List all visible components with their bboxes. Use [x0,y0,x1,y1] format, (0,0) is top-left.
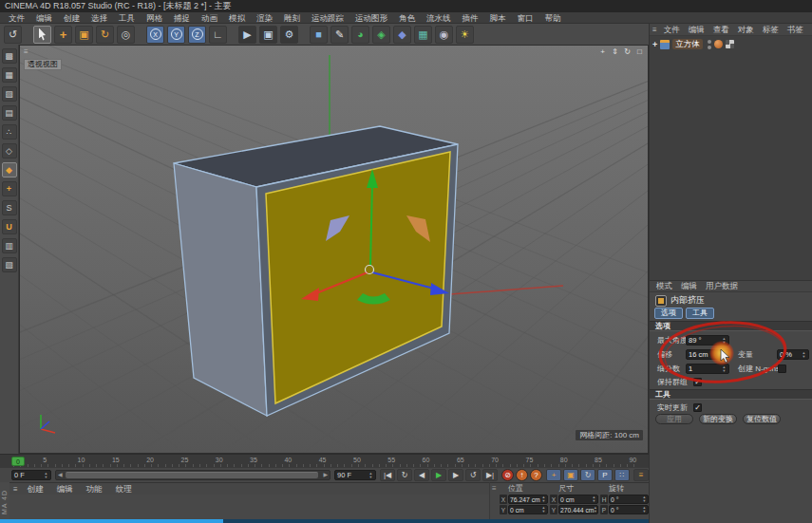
object-manager[interactable]: + 立方体 [650,36,812,280]
render-settings-button[interactable]: ⚙ [280,26,298,44]
menu-item-17[interactable]: 脚本 [485,12,511,24]
create-ngons-checkbox[interactable] [778,364,786,373]
spinner-icon[interactable]: ▴▾ [722,365,727,373]
spline-pen-button[interactable]: ✎ [330,26,349,44]
spinner-icon[interactable]: ▴▾ [595,506,596,514]
max-angle-field[interactable]: 89 ° ▴▾ [686,335,729,346]
menu-item-15[interactable]: 流水线 [422,12,456,24]
menu-item-13[interactable]: 运动图形 [350,12,392,24]
menu-item-16[interactable]: 插件 [458,12,483,24]
selected-polygon[interactable] [266,152,450,403]
timeline-scrollbar[interactable]: ◀ ▶ [55,470,330,480]
add-cube-button[interactable]: ■ [310,26,328,44]
goto-start-button[interactable]: |◀ [380,469,395,481]
deformer-button[interactable]: ◆ [393,26,411,44]
coord-field-P[interactable]: 0 °▴▾ [609,505,649,514]
model-mode-button[interactable]: ▦ [2,67,17,83]
menu-item-7[interactable]: 捕捉 [169,12,195,24]
lock-x-axis-button[interactable]: X [146,26,164,44]
lock-z-axis-button[interactable]: Z [188,26,206,44]
spinner-icon[interactable]: ▴▾ [722,337,727,345]
frame-end-field[interactable]: 90 F ▴▾ [334,470,376,480]
make-editable-button[interactable]: ▩ [2,48,17,64]
scrollbar-handle[interactable] [66,472,318,478]
workplane-mode-button[interactable]: ▤ [2,105,17,121]
realtime-update-checkbox[interactable]: ✓ [693,403,702,412]
reset-values-button[interactable]: 复位数值 [743,414,781,424]
keyframe-selection-button[interactable]: ? [530,469,542,481]
last-tool[interactable]: ◎ [117,26,135,44]
frame-start-field[interactable]: 0 F ▴▾ [11,470,51,480]
object-menu-item-2[interactable]: 编辑 [685,24,708,36]
edge-mode-button[interactable]: ◇ [2,143,17,159]
menu-item-9[interactable]: 模拟 [224,12,250,24]
record-keyframe-button[interactable]: ⊘ [501,469,514,481]
render-picture-viewer-button[interactable]: ▣ [259,26,277,44]
timeline-ruler[interactable]: 51015202530354045505560657075808590 0 [0,454,649,467]
zoom-view-button[interactable]: ⇕ [610,47,620,57]
material-menu-item-2[interactable]: 编辑 [51,483,79,495]
spinner-icon[interactable]: ▴▾ [722,351,727,359]
menu-item-8[interactable]: 动画 [197,12,222,24]
record-position-button[interactable]: + [546,469,561,481]
camera-button[interactable]: ◉ [435,26,453,44]
phong-tag-icon[interactable] [714,40,723,48]
spinner-icon[interactable]: ▴▾ [541,495,546,503]
next-frame-button[interactable]: ▶ [448,469,463,481]
attribute-tab-2[interactable]: 工具 [686,308,714,319]
viewport-solo-button[interactable]: S [2,200,17,215]
spinner-icon[interactable]: ▴▾ [541,506,546,514]
attribute-tab-1[interactable]: 选项 [654,308,683,319]
menu-item-1[interactable]: 文件 [4,12,29,24]
pan-view-button[interactable]: + [597,47,608,57]
object-row[interactable]: + 立方体 [650,38,812,50]
light-button[interactable]: ☀ [456,26,474,44]
coords-panel-icon[interactable]: ≡ [492,484,497,493]
menu-item-10[interactable]: 渲染 [252,12,277,24]
texture-mode-button[interactable]: ▨ [2,86,17,102]
timeline-marker-button[interactable]: ≡ [633,469,649,481]
enable-axis-button[interactable]: + [2,181,17,196]
preserve-groups-checkbox[interactable]: ✓ [693,378,702,386]
cube-object-icon[interactable] [660,40,670,49]
cube-left-face[interactable] [174,163,267,416]
scrollbar-right-icon[interactable]: ▶ [323,471,328,479]
spinner-icon[interactable]: ▴▾ [642,506,647,514]
attribute-menu-item-3[interactable]: 用户数据 [702,280,742,292]
spinner-icon[interactable]: ▴▾ [802,351,806,359]
attribute-menu-item-2[interactable]: 编辑 [677,280,701,292]
menu-item-19[interactable]: 帮助 [540,12,566,24]
spinner-icon[interactable]: ▴▾ [592,495,596,503]
object-menu-item-6[interactable]: 书签 [784,24,807,36]
menu-item-6[interactable]: 网格 [142,12,167,24]
object-menu-item-5[interactable]: 标签 [759,24,783,36]
coord-field-Y[interactable]: 0 cm▴▾ [508,505,548,514]
rotate-view-button[interactable]: ↻ [622,47,633,57]
previous-frame-button[interactable]: ◀ [414,469,429,481]
undo-button[interactable]: ↺ [4,26,22,44]
lock-y-axis-button[interactable]: Y [167,26,185,44]
menu-item-14[interactable]: 角色 [394,12,420,24]
menu-item-18[interactable]: 窗口 [513,12,538,24]
menu-item-12[interactable]: 运动跟踪 [307,12,349,24]
menu-item-11[interactable]: 雕刻 [279,12,305,24]
visibility-dots[interactable] [708,40,711,49]
object-menu-item-1[interactable]: 文件 [660,24,684,36]
mograph-button[interactable]: ◈ [372,26,390,44]
object-menu-item-4[interactable]: 对象 [734,24,758,36]
coord-field-X[interactable]: 0 cm▴▾ [558,495,598,504]
apply-button[interactable]: 应用 [655,414,693,424]
material-panel-icon[interactable]: ≡ [13,485,20,494]
options-section-header[interactable]: 选项 [650,321,812,331]
menu-item-3[interactable]: 创建 [59,12,85,24]
scale-tool[interactable]: ▣ [75,26,93,44]
record-pla-button[interactable]: ∷ [614,469,630,481]
play-backwards-button[interactable]: ↻ [397,469,412,481]
rotate-tool[interactable]: ↻ [96,26,114,44]
record-parameter-button[interactable]: P [597,469,613,481]
object-panel-icon[interactable]: ≡ [652,26,659,34]
live-selection-tool[interactable] [33,26,51,44]
uvw-tag-icon[interactable] [726,40,734,48]
snap-button[interactable]: U [2,219,17,234]
subdivision-field[interactable]: 1 ▴▾ [686,364,729,374]
